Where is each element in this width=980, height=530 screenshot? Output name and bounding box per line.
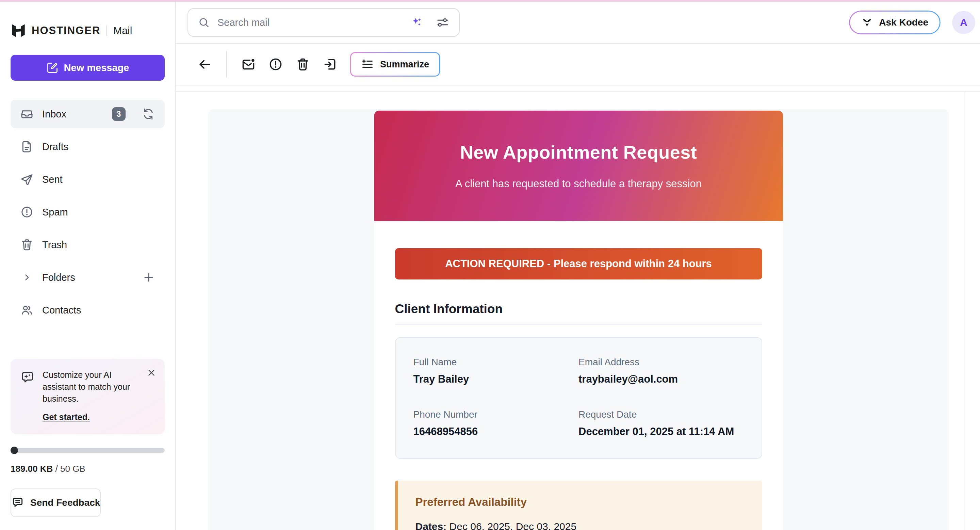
chevron-right-icon xyxy=(21,272,32,283)
storage-widget: 189.00 KB / 50 GB xyxy=(11,448,165,474)
storage-text: 189.00 KB / 50 GB xyxy=(11,464,165,474)
alert-circle-icon xyxy=(268,57,283,72)
field-value: traybailey@aol.com xyxy=(579,373,744,385)
field-request-date: Request Date December 01, 2025 at 11:14 … xyxy=(579,409,744,438)
field-label: Full Name xyxy=(414,357,579,368)
summarize-button[interactable]: Summarize xyxy=(350,52,440,76)
field-label: Phone Number xyxy=(414,409,579,420)
sidebar-item-inbox[interactable]: Inbox 3 xyxy=(11,100,165,128)
search-filters-icon[interactable] xyxy=(436,16,450,29)
move-to-folder-button[interactable] xyxy=(318,53,342,76)
preferred-availability-card: Preferred Availability Dates: Dec 06, 20… xyxy=(395,481,762,530)
search-icon xyxy=(198,16,210,29)
mark-unread-button[interactable] xyxy=(237,53,260,76)
sidebar-item-label: Contacts xyxy=(42,305,155,316)
close-icon[interactable] xyxy=(146,368,156,378)
field-email-address: Email Address traybailey@aol.com xyxy=(579,357,744,385)
sidebar-item-label: Drafts xyxy=(42,141,155,153)
email-backdrop: New Appointment Request A client has req… xyxy=(208,109,949,530)
email-body: ACTION REQUIRED - Please respond within … xyxy=(374,221,783,530)
storage-total: / 50 GB xyxy=(56,464,86,474)
hostinger-logo-icon xyxy=(11,23,26,38)
delete-button[interactable] xyxy=(291,53,315,76)
sidebar-item-drafts[interactable]: Drafts xyxy=(11,132,165,161)
sidebar-item-label: Sent xyxy=(42,174,155,185)
availability-heading: Preferred Availability xyxy=(415,496,745,509)
sidebar-item-sent[interactable]: Sent xyxy=(11,165,165,194)
message-toolbar: Summarize xyxy=(176,44,980,86)
sidebar-item-label: Inbox xyxy=(42,108,103,120)
get-started-link[interactable]: Get started. xyxy=(43,412,90,422)
trash-icon xyxy=(20,238,34,251)
kodee-icon xyxy=(861,17,873,28)
client-info-card: Full Name Tray Bailey Email Address tray… xyxy=(395,337,762,459)
header-right: Ask Kodee A xyxy=(849,11,975,34)
back-arrow-icon xyxy=(197,57,212,72)
compose-icon xyxy=(46,62,59,74)
dates-value: Dec 06, 2025, Dec 03, 2025 xyxy=(447,521,576,530)
storage-used: 189.00 KB xyxy=(11,464,53,474)
avatar-initial: A xyxy=(960,17,967,28)
back-button[interactable] xyxy=(193,53,217,76)
sidebar-item-contacts[interactable]: Contacts xyxy=(11,296,165,325)
brand-divider xyxy=(107,25,107,36)
sidebar-item-label: Trash xyxy=(42,239,155,250)
storage-progress-bar xyxy=(11,448,165,453)
scrollbar-track[interactable] xyxy=(964,92,964,530)
brand-name: HOSTINGER xyxy=(32,24,100,37)
sidebar-item-spam[interactable]: Spam xyxy=(11,198,165,226)
field-phone-number: Phone Number 16468954856 xyxy=(414,409,579,438)
send-feedback-label: Send Feedback xyxy=(30,497,100,508)
sidebar-item-folders[interactable]: Folders xyxy=(11,263,165,292)
mail-app: HOSTINGER Mail New message Inbox 3 xyxy=(0,0,980,530)
client-info-heading: Client Information xyxy=(395,302,762,316)
ai-chat-icon xyxy=(20,370,35,385)
email-hero: New Appointment Request A client has req… xyxy=(374,111,783,221)
field-full-name: Full Name Tray Bailey xyxy=(414,357,579,385)
email-title: New Appointment Request xyxy=(460,142,697,163)
main-panel: Ask Kodee A xyxy=(176,2,980,530)
envelope-dot-icon xyxy=(241,57,256,72)
availability-dates: Dates: Dec 06, 2025, Dec 03, 2025 xyxy=(415,521,745,530)
sidebar-item-label: Spam xyxy=(42,207,155,218)
mark-spam-button[interactable] xyxy=(264,53,288,76)
move-to-folder-icon xyxy=(323,57,337,72)
sent-icon xyxy=(20,173,34,186)
search-input[interactable] xyxy=(218,17,402,28)
field-value: Tray Bailey xyxy=(414,373,579,385)
send-feedback-button[interactable]: Send Feedback xyxy=(11,489,101,517)
field-value: 16468954856 xyxy=(414,425,579,438)
new-message-button[interactable]: New message xyxy=(11,55,165,81)
ask-kodee-button[interactable]: Ask Kodee xyxy=(849,11,940,34)
toolbar-divider xyxy=(226,51,227,78)
refresh-icon[interactable] xyxy=(142,107,155,121)
brand-product: Mail xyxy=(113,25,132,37)
sidebar-nav: Inbox 3 Drafts Sent xyxy=(11,100,165,325)
ai-promo-card: Customize your AI assistant to match you… xyxy=(11,359,165,435)
trash-icon xyxy=(295,57,310,72)
drafts-icon xyxy=(20,140,34,153)
dates-label: Dates: xyxy=(415,521,447,530)
new-message-label: New message xyxy=(64,62,129,73)
avatar[interactable]: A xyxy=(952,11,975,34)
brand-logo[interactable]: HOSTINGER Mail xyxy=(11,22,165,39)
email-viewer: New Appointment Request A client has req… xyxy=(176,91,980,530)
field-label: Email Address xyxy=(579,357,744,368)
email-document: New Appointment Request A client has req… xyxy=(374,111,783,530)
sidebar-item-trash[interactable]: Trash xyxy=(11,231,165,259)
inbox-icon xyxy=(20,107,34,121)
spam-icon xyxy=(20,205,34,219)
ai-search-sparkle-icon[interactable] xyxy=(410,16,424,29)
add-folder-icon[interactable] xyxy=(142,271,155,284)
sidebar-bottom: Customize your AI assistant to match you… xyxy=(11,359,165,530)
ask-kodee-label: Ask Kodee xyxy=(879,17,928,28)
sidebar-item-label: Folders xyxy=(42,272,134,283)
feedback-bubble-icon xyxy=(11,496,24,509)
field-label: Request Date xyxy=(579,409,744,420)
action-required-banner: ACTION REQUIRED - Please respond within … xyxy=(395,248,762,280)
sidebar: HOSTINGER Mail New message Inbox 3 xyxy=(0,2,176,530)
search-bar[interactable] xyxy=(188,8,460,37)
section-divider xyxy=(395,324,762,325)
email-subtitle: A client has requested to schedule a the… xyxy=(455,178,702,190)
top-header: Ask Kodee A xyxy=(176,2,980,44)
